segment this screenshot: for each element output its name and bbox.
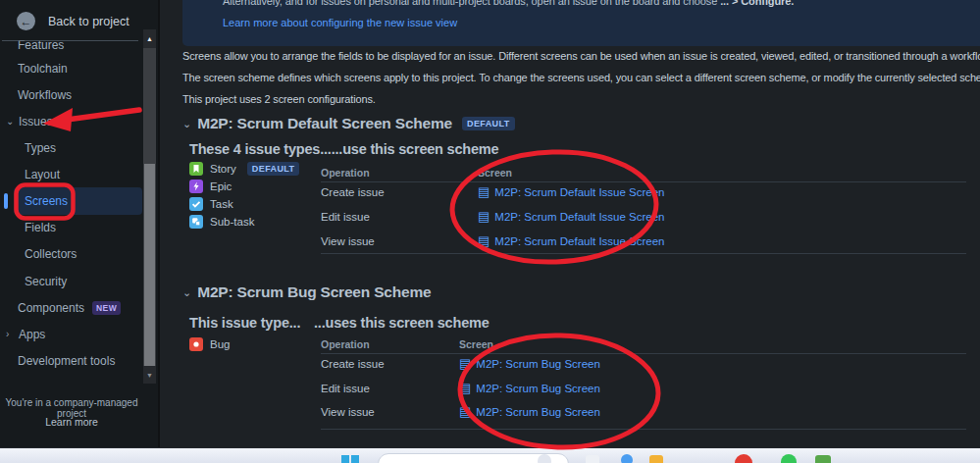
issue-type-task: Task — [189, 197, 233, 211]
sidebar-item-workflows[interactable]: Workflows — [18, 86, 72, 104]
sidebar-item-security[interactable]: Security — [25, 273, 67, 290]
table2-header-divider — [321, 353, 966, 354]
sidebar-item-label: Apps — [19, 328, 45, 341]
table2-row2-operation: Edit issue — [321, 383, 370, 394]
screen-icon: ▤ — [478, 211, 490, 223]
task-icon — [189, 197, 203, 211]
section-title: M2P: Scrum Default Screen Scheme — [197, 115, 452, 132]
table1-row2-operation: Edit issue — [321, 211, 370, 223]
intro-paragraph-1: Screens allow you to arrange the fields … — [182, 50, 980, 62]
screen-icon: ▤ — [459, 383, 471, 394]
sidebar-item-features[interactable]: Features — [18, 36, 64, 54]
table2-row1-screen: ▤ M2P: Scrum Bug Screen — [459, 358, 600, 370]
info-panel-text: Alternatively, and for issues on persona… — [223, 0, 794, 7]
chevron-down-icon[interactable]: ⌄ — [182, 287, 191, 297]
table2-row1-operation: Create issue — [321, 358, 385, 370]
table2-row2-screen: ▤ M2P: Scrum Bug Screen — [459, 383, 600, 394]
issue-type-epic: Epic — [189, 180, 232, 193]
table2-bottom-divider — [321, 429, 966, 430]
sidebar-divider — [2, 40, 138, 41]
sidebar-item-collectors[interactable]: Collectors — [25, 245, 77, 263]
windows-taskbar[interactable] — [0, 447, 980, 463]
sidebar-item-development-tools[interactable]: Development tools — [18, 352, 115, 370]
screen-link[interactable]: M2P: Scrum Default Issue Screen — [494, 235, 664, 247]
table1-row1-screen: ▤ M2P: Scrum Default Issue Screen — [478, 186, 665, 198]
table1-row1-operation: Create issue — [321, 186, 385, 198]
issue-type-story: Story DEFAULT — [189, 162, 299, 176]
table2-row3-screen: ▤ M2P: Scrum Bug Screen — [459, 406, 600, 418]
scroll-up-button[interactable]: ▲ — [143, 29, 156, 48]
issue-type-label: Bug — [210, 338, 230, 350]
scroll-down-button[interactable]: ▼ — [143, 366, 156, 384]
screen-link[interactable]: M2P: Scrum Default Issue Screen — [494, 186, 664, 198]
taskbar-app-icon-5[interactable] — [781, 454, 797, 463]
story-icon — [189, 162, 203, 176]
sidebar-item-label: Issues — [19, 115, 53, 129]
sidebar-item-components[interactable]: Components NEW — [18, 299, 121, 317]
scheme-heading: ...uses this screen scheme — [314, 315, 490, 331]
section-title: M2P: Scrum Bug Screen Scheme — [197, 283, 431, 301]
table1-header-operation: Operation — [321, 167, 370, 179]
learn-more-link[interactable]: Learn more — [0, 416, 143, 428]
issue-type-label: Epic — [210, 180, 232, 192]
sidebar-item-issues[interactable]: ⌄ Issues — [6, 113, 53, 130]
issue-type-subtask: Sub-task — [189, 215, 254, 229]
chevron-down-icon[interactable]: ⌄ — [182, 119, 191, 129]
sidebar-item-layout[interactable]: Layout — [25, 166, 60, 183]
table1-row3-operation: View issue — [321, 235, 375, 247]
table1-header-screen: Screen — [478, 167, 512, 179]
info-panel: Alternatively, and for issues on persona… — [182, 0, 980, 46]
sidebar-item-screens[interactable]: Screens — [25, 192, 68, 210]
taskbar-app-icon-6[interactable] — [815, 455, 831, 463]
screen-link[interactable]: M2P: Scrum Bug Screen — [476, 406, 600, 418]
taskbar-app-icon-4[interactable] — [735, 454, 752, 463]
chevron-down-icon: ⌄ — [6, 118, 14, 126]
screen-link[interactable]: M2P: Scrum Default Issue Screen — [494, 211, 664, 223]
windows-start-icon[interactable] — [341, 455, 359, 463]
bug-icon — [189, 337, 203, 351]
table2-header-screen: Screen — [459, 338, 493, 350]
sidebar-item-apps[interactable]: › Apps — [6, 326, 45, 343]
sidebar-item-fields[interactable]: Fields — [25, 219, 56, 236]
taskbar-app-icon-1[interactable] — [586, 455, 599, 463]
table1-header-divider — [321, 181, 966, 182]
search-circle-icon[interactable] — [538, 454, 551, 463]
sidebar-scrollbar[interactable]: ▲ ▼ — [143, 29, 156, 384]
taskbar-app-icon-2[interactable] — [621, 454, 633, 463]
section-default-scheme-header: ⌄ M2P: Scrum Default Screen Scheme DEFAU… — [182, 115, 515, 132]
learn-more-issue-view-link[interactable]: Learn more about configuring the new iss… — [223, 17, 457, 28]
sidebar-item-toolchain[interactable]: Toolchain — [18, 60, 68, 77]
section-bug-scheme-header: ⌄ M2P: Scrum Bug Screen Scheme — [182, 283, 431, 301]
scrollbar-thumb[interactable] — [144, 164, 155, 366]
screen-link[interactable]: M2P: Scrum Bug Screen — [476, 383, 600, 394]
default-badge: DEFAULT — [462, 117, 515, 130]
table1-row2-screen: ▤ M2P: Scrum Default Issue Screen — [478, 211, 665, 223]
table1-bottom-divider — [321, 253, 966, 254]
screen-icon: ▤ — [478, 186, 490, 198]
back-arrow-icon: ← — [17, 12, 35, 30]
screen-link[interactable]: M2P: Scrum Bug Screen — [476, 358, 600, 370]
section2-subheadings: This issue type... ...uses this screen s… — [189, 315, 490, 331]
intro-paragraph-2: The screen scheme defines which screens … — [182, 72, 980, 83]
jira-project-settings-screens-page: Alternatively, and for issues on persona… — [0, 0, 980, 463]
sidebar-selected-indicator — [4, 193, 8, 209]
chevron-right-icon: › — [6, 331, 14, 338]
section1-subheadings: These 4 issue types... ...use this scree… — [189, 141, 498, 157]
table2-header-operation: Operation — [321, 338, 370, 350]
project-settings-sidebar: ← Back to project Features Toolchain Wor… — [0, 0, 160, 447]
table2-row3-operation: View issue — [321, 406, 375, 418]
table1-row3-screen: ▤ M2P: Scrum Default Issue Screen — [478, 235, 665, 247]
back-to-project-label: Back to project — [48, 15, 129, 28]
issue-type-bug: Bug — [189, 337, 230, 351]
issue-types-heading: These 4 issue types... — [189, 141, 332, 157]
intro-paragraph-3: This project uses 2 screen configuration… — [182, 93, 376, 105]
issue-type-heading: This issue type... — [189, 315, 314, 331]
issue-type-label: Task — [210, 198, 233, 210]
sidebar-item-label: Components — [18, 301, 84, 315]
issue-type-label: Sub-task — [210, 216, 254, 228]
issue-type-label: Story — [210, 163, 236, 175]
back-to-project-button[interactable]: ← Back to project — [17, 12, 129, 30]
taskbar-app-icon-3[interactable] — [649, 455, 663, 463]
epic-icon — [189, 180, 203, 193]
sidebar-item-types[interactable]: Types — [25, 139, 56, 157]
